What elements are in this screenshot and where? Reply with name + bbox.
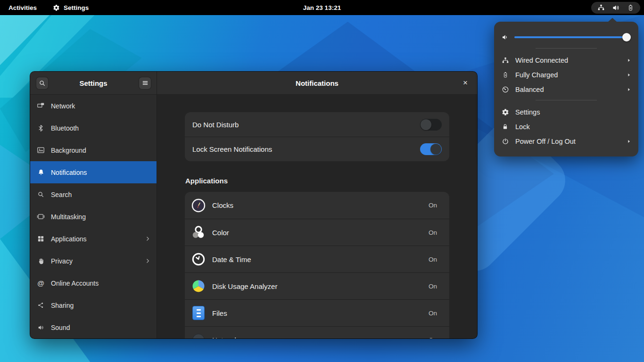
do-not-disturb-toggle[interactable] bbox=[420, 119, 442, 131]
menu-item-wired-connected[interactable]: Wired Connected bbox=[494, 53, 638, 67]
files-app-icon bbox=[191, 305, 206, 321]
menu-item-power-profile[interactable]: Balanced bbox=[494, 82, 638, 97]
window-title: Settings bbox=[30, 79, 157, 87]
sidebar-item-label: Multitasking bbox=[51, 213, 151, 221]
app-row-files[interactable]: Files On bbox=[185, 299, 449, 326]
sidebar-item-network[interactable]: Network bbox=[30, 95, 157, 117]
lock-screen-notifications-label: Lock Screen Notifications bbox=[192, 145, 420, 153]
app-status: On bbox=[429, 310, 437, 317]
menu-item-settings[interactable]: Settings bbox=[494, 105, 638, 119]
submenu-arrow-icon bbox=[627, 139, 631, 144]
gear-icon bbox=[501, 108, 509, 116]
menu-item-label: Settings bbox=[515, 108, 631, 116]
app-row-clocks[interactable]: Clocks On bbox=[185, 192, 449, 219]
settings-window: Settings bbox=[30, 72, 477, 338]
disk-usage-app-icon bbox=[191, 279, 206, 294]
toggle-knob bbox=[430, 144, 441, 155]
menu-separator bbox=[536, 100, 597, 100]
submenu-arrow-icon bbox=[627, 87, 631, 92]
clock-button[interactable]: Jan 23 13:21 bbox=[303, 4, 341, 11]
volume-slider-knob[interactable] bbox=[622, 33, 631, 41]
sidebar-item-label: Applications bbox=[51, 235, 139, 243]
do-not-disturb-row[interactable]: Do Not Disturb bbox=[185, 112, 449, 137]
menu-item-lock[interactable]: Lock bbox=[494, 119, 638, 134]
submenu-arrow-icon bbox=[627, 58, 631, 63]
main-header: Notifications × bbox=[157, 72, 477, 95]
displays-icon bbox=[37, 102, 45, 110]
app-name: Network bbox=[212, 336, 422, 339]
sidebar-item-bluetooth[interactable]: Bluetooth bbox=[30, 117, 157, 139]
color-app-icon bbox=[191, 225, 206, 240]
app-name: Disk Usage Analyzer bbox=[212, 282, 422, 290]
sidebar-item-sound[interactable]: Sound bbox=[30, 316, 157, 338]
sidebar-item-label: Search bbox=[51, 191, 151, 198]
sidebar-item-background[interactable]: Background bbox=[30, 139, 157, 161]
search-button[interactable] bbox=[36, 77, 49, 90]
sidebar-item-applications[interactable]: Applications bbox=[30, 228, 157, 250]
menu-item-label: Balanced bbox=[515, 86, 620, 93]
share-icon bbox=[37, 302, 45, 309]
focused-app-label: Settings bbox=[64, 4, 89, 11]
notifications-content: Do Not Disturb Lock Screen Notifications… bbox=[157, 95, 477, 338]
bluetooth-icon bbox=[37, 124, 45, 132]
sidebar-list: Network Bluetooth bbox=[30, 95, 157, 338]
desktop: Activities Settings Jan 23 13:21 bbox=[0, 0, 644, 362]
sidebar-header: Settings bbox=[30, 72, 157, 95]
app-status: On bbox=[429, 337, 437, 339]
volume-icon bbox=[501, 33, 510, 41]
search-icon bbox=[37, 191, 45, 198]
sidebar-item-search[interactable]: Search bbox=[30, 183, 157, 206]
volume-row bbox=[494, 30, 638, 45]
image-icon bbox=[37, 146, 45, 154]
at-sign-icon: @ bbox=[37, 279, 45, 287]
app-name: Date & Time bbox=[212, 255, 422, 263]
menu-item-battery[interactable]: Fully Charged bbox=[494, 67, 638, 82]
grid-icon bbox=[37, 235, 45, 242]
bell-icon bbox=[37, 169, 45, 176]
speaker-icon bbox=[37, 324, 45, 331]
sidebar-item-notifications[interactable]: Notifications bbox=[30, 161, 157, 183]
primary-menu-button[interactable] bbox=[139, 77, 151, 90]
menu-item-power-off[interactable]: Power Off / Log Out bbox=[494, 134, 638, 148]
sidebar-item-privacy[interactable]: Privacy bbox=[30, 250, 157, 272]
system-tray-button[interactable] bbox=[591, 2, 640, 14]
lock-screen-notifications-row[interactable]: Lock Screen Notifications bbox=[185, 137, 449, 161]
sidebar-item-label: Network bbox=[51, 102, 151, 110]
sidebar-item-multitasking[interactable]: Multitasking bbox=[30, 206, 157, 228]
activities-button[interactable]: Activities bbox=[8, 4, 37, 11]
multitasking-icon bbox=[37, 213, 45, 221]
battery-charging-icon bbox=[501, 71, 509, 79]
sidebar-item-label: Background bbox=[51, 147, 151, 154]
app-row-date-time[interactable]: Date & Time On bbox=[185, 246, 449, 272]
menu-item-label: Power Off / Log Out bbox=[515, 138, 620, 145]
menu-item-label: Fully Charged bbox=[515, 71, 620, 79]
sidebar-item-label: Online Accounts bbox=[51, 280, 151, 287]
lock-screen-notifications-toggle[interactable] bbox=[420, 143, 442, 155]
system-menu: Wired Connected Fully Charged bbox=[494, 22, 638, 156]
close-button[interactable]: × bbox=[460, 72, 471, 94]
panel-title: Notifications bbox=[296, 79, 339, 87]
app-name: Color bbox=[212, 229, 422, 237]
network-app-icon bbox=[191, 332, 206, 338]
app-row-network[interactable]: Network On bbox=[185, 326, 449, 338]
lock-icon bbox=[501, 123, 509, 131]
applications-card: Clocks On Color On bbox=[185, 192, 449, 338]
sidebar-item-online-accounts[interactable]: @ Online Accounts bbox=[30, 272, 157, 294]
app-name: Clocks bbox=[212, 201, 422, 209]
volume-slider[interactable] bbox=[514, 33, 631, 41]
app-row-color[interactable]: Color On bbox=[185, 219, 449, 246]
power-icon bbox=[501, 138, 509, 145]
sidebar: Settings bbox=[30, 72, 157, 338]
volume-icon bbox=[612, 4, 620, 12]
sidebar-item-sharing[interactable]: Sharing bbox=[30, 294, 157, 316]
applications-section-label: Applications bbox=[185, 177, 228, 185]
menu-item-label: Lock bbox=[515, 123, 631, 131]
chevron-right-icon bbox=[145, 258, 151, 264]
sidebar-item-label: Notifications bbox=[51, 169, 151, 176]
focused-app-menu[interactable]: Settings bbox=[53, 4, 89, 11]
app-status: On bbox=[429, 229, 437, 236]
menu-item-label: Wired Connected bbox=[515, 57, 620, 64]
app-row-disk-usage[interactable]: Disk Usage Analyzer On bbox=[185, 272, 449, 299]
gear-icon bbox=[53, 4, 60, 11]
app-status: On bbox=[429, 256, 437, 263]
